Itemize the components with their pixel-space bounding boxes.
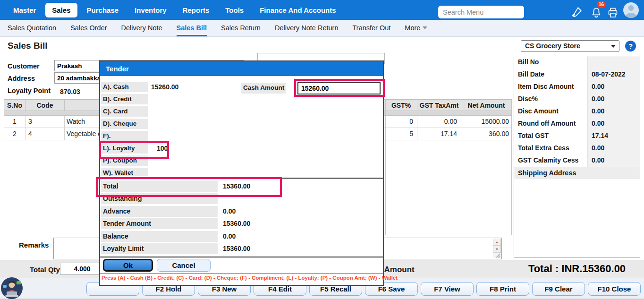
pay-card-label[interactable]: C). Card [101,106,148,117]
col-header-code: Code [25,99,65,111]
row2-gst-taxamt: 17.14 [417,128,461,140]
ok-button[interactable]: Ok [103,259,153,272]
theme-brush-icon[interactable] [570,6,583,18]
store-selector[interactable]: CS Grocery Store [521,40,619,52]
pay-cheque-label[interactable]: D). Cheque [101,119,148,129]
customer-label: Customer [8,62,40,70]
f10-close-button[interactable]: F10 Close [588,282,641,296]
support-chat-icon[interactable] [1,277,23,299]
tab-more-label: More [405,24,420,32]
user-avatar-icon [623,2,639,18]
tab-delivery-note-return[interactable]: Delivery Note Return [275,20,339,36]
total-extra-cess-label: Total Extra Cess [514,142,588,154]
tender-balance-label: Balance [101,231,218,242]
menu-reports[interactable]: Reports [176,3,216,17]
tender-dialog-title: Tender [100,61,383,76]
pay-loyalty-label[interactable]: L). Loyalty [101,143,148,154]
help-button[interactable]: ? [625,41,636,51]
tender-shortcut-hint: Press (A) - Cash (B) - Credit; (C) - Car… [102,275,381,281]
tab-sales-bill[interactable]: Sales Bill [177,20,207,36]
row1-sno: 1 [4,116,25,128]
row1-gst-taxamt: 0.00 [417,116,461,128]
search-input[interactable] [438,6,524,18]
col-header-gst-taxamt: GST TaxAmt [417,99,461,111]
item-disc-amount-label: Item Disc Amount [514,81,588,93]
row2-net-amount: 360.00 [461,128,512,140]
total-qty-input[interactable] [60,263,102,275]
round-off-amount-label: Round off Amount [514,118,588,130]
tender-balance-value: 0.00 [223,231,236,242]
pay-cash-value: 15260.00 [151,82,178,92]
tab-more[interactable]: More [405,20,427,36]
row2-gst: 5 [385,128,417,140]
total-gst-label: Total GST [514,130,588,142]
tab-transfer-out[interactable]: Transfer Out [352,20,390,36]
tender-total-value: 15360.00 [223,181,250,192]
page-title: Sales Bill [8,41,48,51]
tender-amount-value: 15360.00 [223,218,250,229]
total-qty-label: Total Qty [30,266,60,274]
scroll-down-icon[interactable]: ▼ [493,246,501,253]
store-selector-value: CS Grocery Store [525,42,580,50]
tab-sales-quotation[interactable]: Sales Quotation [8,20,56,36]
remarks-label: Remarks [19,241,49,249]
table-grid-line [511,99,512,235]
bill-no-value [588,56,640,69]
f9-clear-button[interactable]: F9 Clear [532,282,585,296]
menu-inventory[interactable]: Inventory [128,3,173,17]
tender-advance-value: 0.00 [223,206,236,217]
disc-percent-label: Disc% [514,93,588,105]
bill-summary-panel: Bill No Bill Date08-07-2022 Item Disc Am… [514,56,640,257]
tab-delivery-note[interactable]: Delivery Note [121,20,162,36]
tender-loyalty-limit-value: 15360.00 [223,243,250,254]
user-avatar[interactable] [623,2,639,18]
f8-print-button[interactable]: F8 Print [476,282,529,296]
row1-code: 3 [25,116,65,128]
pay-wallet-label[interactable]: W). Wallet [101,168,148,176]
menu-purchase[interactable]: Purchase [80,3,126,17]
pay-credit-label[interactable]: B). Credit [101,94,148,104]
col-header-net-amount: Net Amount [461,99,512,111]
top-navbar: Master Sales Purchase Inventory Reports … [0,0,644,20]
address-label: Address [8,75,35,82]
table-grid-line [385,99,386,235]
bill-no-label: Bill No [514,56,588,69]
tender-dialog: Tender A). Cash 15260.00 B). Credit C). … [99,60,384,286]
tab-sales-order[interactable]: Sales Order [70,20,107,36]
scroll-up-icon[interactable]: ▲ [493,239,501,246]
pay-cash-label[interactable]: A). Cash [101,82,148,92]
grand-total: Total : INR.15360.00 [514,263,640,275]
disc-percent-value: 0.00 [588,93,640,105]
dialog-separator [100,178,383,179]
menu-master[interactable]: Master [7,3,42,17]
pay-compliment-label[interactable]: F). Compliment [101,131,148,141]
menu-finance-and-accounts[interactable]: Finance And Accounts [253,3,342,17]
total-extra-cess-value: 0.00 [588,142,640,154]
main-menu: Master Sales Purchase Inventory Reports … [0,3,343,17]
menu-sales[interactable]: Sales [45,3,77,17]
cash-amount-input[interactable] [297,82,381,94]
f7-view-button[interactable]: F7 View [421,282,474,296]
notification-badge: 16 [597,1,606,8]
loyalty-point-value: 870.03 [60,88,80,95]
tender-loyalty-limit-label: Loyalty Limit [101,243,218,254]
row1-net-amount: 15000.00 [461,116,512,128]
disc-amount-value: 0.00 [588,105,640,118]
disc-amount-label: Disc Amount [514,105,588,118]
tab-sales-return[interactable]: Sales Return [221,20,261,36]
cash-amount-label: Cash Amount [241,83,286,94]
shipping-address-header: Shipping Address [514,167,640,179]
cancel-button[interactable]: Cancel [157,259,211,272]
pay-coupon-amt-label[interactable]: P). Coupon Amt [101,155,148,166]
printer-icon[interactable] [607,7,619,18]
pay-loyalty-value: 100 [157,143,168,154]
loyalty-point-label: Loyalty Point [8,87,51,94]
resize-grip-icon[interactable] [496,253,500,258]
menu-tools[interactable]: Tools [219,3,250,17]
row2-sno: 2 [4,128,25,140]
dialog-separator [100,274,383,274]
gst-calamity-cess-value: 0.00 [588,154,640,167]
dialog-separator [100,257,383,257]
total-gst-value: 17.14 [588,130,640,142]
round-off-amount-value: 0.00 [588,118,640,130]
